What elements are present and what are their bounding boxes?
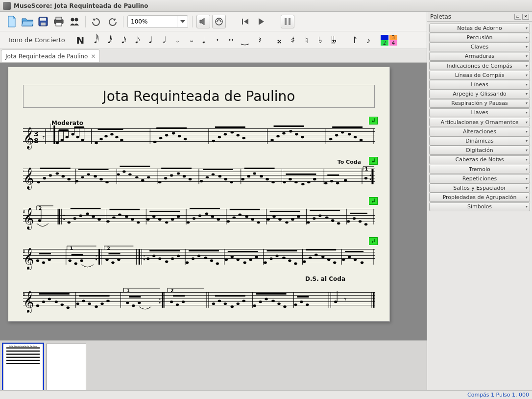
palette-keysig[interactable]: Armaduras▾ [429, 52, 530, 61]
close-icon[interactable]: ✕ [91, 53, 96, 60]
palette-breath[interactable]: Respiración y Pausas▾ [429, 99, 530, 108]
staff-system-2[interactable]: To Coda ↲ 9 𝄞 [23, 155, 375, 193]
double-flat-icon[interactable]: 𝄫 [329, 34, 339, 46]
staff-system-4[interactable]: ↲ 28 𝄞 1 2 [23, 235, 375, 274]
zoom-combo[interactable] [127, 15, 188, 28]
flat-icon[interactable]: ♭ [315, 34, 326, 46]
svg-rect-338 [129, 296, 141, 298]
palette-barlines[interactable]: Líneas de Compás▾ [429, 71, 530, 80]
svg-point-123 [224, 178, 228, 180]
tie-icon[interactable]: ‿ [240, 34, 250, 46]
play-button[interactable] [254, 15, 268, 28]
title-frame[interactable]: Jota Requinteada de Paulino [23, 85, 375, 108]
palette-fingering[interactable]: Digitación▾ [429, 146, 530, 155]
float-icon[interactable]: ▭ [514, 14, 521, 20]
svg-rect-215 [270, 211, 300, 212]
32nd-note-icon[interactable]: 𝅘𝅥𝅰 [102, 34, 113, 46]
voice-4[interactable]: 4 [389, 40, 397, 46]
staff-system-3[interactable]: ↲ 18 𝄞 2 [23, 195, 375, 233]
quarter-note-icon[interactable]: 𝅘𝅥 [144, 34, 154, 46]
palette-clefs[interactable]: Claves▾ [429, 42, 530, 51]
svg-point-119 [200, 180, 203, 182]
voice-2[interactable]: 2 [381, 40, 388, 46]
rewind-button[interactable] [239, 15, 252, 28]
close-icon[interactable]: ✕ [522, 14, 529, 20]
score-title[interactable]: Jota Requinteada de Paulino [28, 88, 369, 104]
rest-icon[interactable]: 𝄽 [253, 34, 264, 46]
half-note-icon[interactable]: 𝅗𝅥 [157, 34, 168, 46]
voice-3-label: 3 [392, 35, 395, 40]
loop-button[interactable] [281, 15, 294, 28]
double-dot-icon[interactable]: •• [226, 34, 237, 46]
voice-1[interactable] [381, 35, 388, 40]
open-file-button[interactable] [21, 15, 34, 28]
thumbnail-page-1[interactable]: Jota Requinteada de Paulino [3, 344, 43, 396]
svg-rect-56 [156, 127, 187, 129]
palette-brackets[interactable]: Llaves▾ [429, 108, 530, 118]
palette-noteheads[interactable]: Cabezas de Notas▾ [429, 155, 530, 165]
flip-icon[interactable]: ↾ [349, 34, 360, 46]
tab-active[interactable]: Jota Requinteada de Paulino ✕ [1, 50, 100, 62]
midi-button[interactable] [212, 15, 226, 28]
redo-button[interactable] [105, 15, 119, 28]
palettes-header[interactable]: Paletas ▭ ✕ [427, 12, 532, 22]
palette-drums[interactable]: Percusión▾ [429, 33, 530, 42]
thumbnail-page-2[interactable] [46, 344, 86, 396]
svg-point-93 [61, 175, 65, 177]
voice-3-cell[interactable]: 3 [389, 35, 397, 40]
grace-icon[interactable]: 𝆔 [363, 34, 374, 46]
palette-jumps[interactable]: Saltos y Espaciador▾ [429, 183, 530, 193]
breve-note-icon[interactable]: 𝅜 [185, 34, 195, 46]
palette-accidentals[interactable]: Alteraciones▾ [429, 127, 530, 136]
palette-tremolo[interactable]: Tremolo▾ [429, 165, 530, 174]
dotted-half-icon[interactable]: 𝅗𝅥. [198, 34, 209, 46]
svg-point-259 [144, 255, 145, 256]
save-button[interactable] [36, 15, 50, 28]
sharp-icon[interactable]: ♯ [288, 34, 298, 46]
staff-system-5[interactable]: D.S. al Coda 38 𝄞 1 2 [23, 278, 375, 317]
pitch-mode-label[interactable]: Tono de Concierto [8, 36, 65, 44]
palette-grace-notes[interactable]: Notas de Adorno▾ [429, 24, 530, 33]
palette-label: Claves [471, 44, 489, 50]
new-file-button[interactable] [5, 15, 19, 28]
palette-arpeggio[interactable]: Arpegio y Glissando▾ [429, 89, 530, 99]
palette-lines[interactable]: Líneas▾ [429, 80, 530, 89]
svg-point-216 [307, 221, 310, 224]
svg-point-213 [291, 218, 294, 221]
score-page[interactable]: Jota Requinteada de Paulino Moderato ↲ 𝄞… [8, 67, 390, 322]
separator [192, 16, 193, 27]
svg-point-151 [370, 175, 371, 176]
svg-rect-344 [173, 295, 185, 297]
palette-timesig[interactable]: Indicaciones de Compás▾ [429, 61, 530, 71]
print-button[interactable] [52, 15, 66, 28]
dot-icon[interactable]: • [212, 34, 223, 46]
whole-note-icon[interactable]: 𝅝 [171, 34, 182, 46]
undo-button[interactable] [90, 15, 103, 28]
svg-point-293 [327, 258, 331, 261]
natural-icon[interactable]: ♮ [301, 34, 312, 46]
svg-point-282 [264, 261, 267, 264]
staff-system-1[interactable]: Moderato ↲ 𝄞 3 8 𝄾 𝄀 [23, 115, 375, 153]
palette-repeats[interactable]: Repeticiones▾ [429, 174, 530, 183]
community-button[interactable] [68, 15, 81, 28]
svg-point-355 [271, 299, 275, 302]
svg-rect-2 [41, 23, 46, 25]
palette-label: Saltos y Espaciador [453, 185, 506, 191]
zoom-input[interactable] [128, 16, 177, 27]
voice-selector[interactable]: 3 2 4 [381, 35, 397, 46]
palette-beam-props[interactable]: Propiedades de Agrupación▾ [429, 193, 530, 202]
8th-note-icon[interactable]: 𝅘𝅥𝅮 [130, 34, 141, 46]
palette-symbols[interactable]: Símbolos▾ [429, 202, 530, 212]
zoom-dropdown-icon[interactable] [177, 16, 188, 27]
note-input-icon[interactable]: N [75, 34, 86, 46]
palette-dynamics[interactable]: Dinámicas▾ [429, 136, 530, 146]
sound-button[interactable] [196, 15, 210, 28]
palette-articulations[interactable]: Articulaciones y Ornamentos▾ [429, 118, 530, 127]
svg-point-253 [96, 255, 97, 256]
svg-point-101 [94, 175, 97, 177]
16th-note-icon[interactable]: 𝅘𝅥𝅯 [116, 34, 127, 46]
64th-note-icon[interactable]: 𝅘𝅥𝅱 [89, 34, 99, 46]
score-canvas[interactable]: Jota Requinteada de Paulino Moderato ↲ 𝄞… [0, 63, 427, 340]
double-sharp-icon[interactable]: 𝄪 [274, 34, 285, 46]
svg-rect-288 [267, 250, 297, 251]
